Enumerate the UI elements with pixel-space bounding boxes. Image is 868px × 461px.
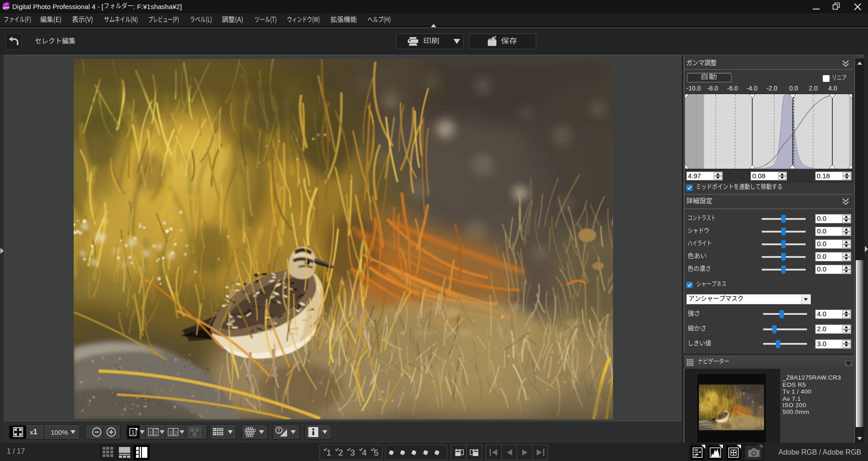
svg-text:1: 1 [169, 431, 172, 436]
svg-text:1: 1 [155, 431, 157, 436]
svg-text:DPP: DPP [3, 6, 9, 10]
svg-text:1: 1 [132, 429, 135, 436]
svg-text:2: 2 [175, 431, 177, 436]
svg-text:1: 1 [149, 431, 152, 436]
